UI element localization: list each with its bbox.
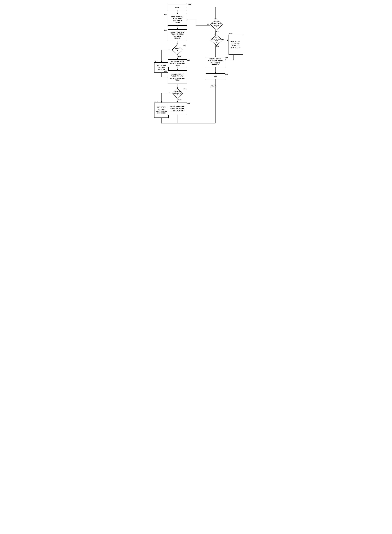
box-204: SEARCH TEMPLATE FILE FOR FIELD MATCHING … <box>168 29 187 41</box>
ref-212: 212 <box>164 70 167 72</box>
yes-label-220: YES <box>216 31 219 33</box>
svg-marker-12 <box>177 69 178 70</box>
no-label-206: NO <box>168 48 170 50</box>
ref-200: 200 <box>188 4 191 5</box>
ref-224: 224 <box>229 33 232 35</box>
start-box: START <box>168 4 187 10</box>
box-226: RETURN BUFFER AND RETURN CODES TO CALLIN… <box>206 57 225 67</box>
diamond-214: CONVERSION SUCCESSFUL ? <box>172 88 183 99</box>
ref-226: 226 <box>225 57 228 58</box>
yes-label-214: YES <box>178 99 181 100</box>
yes-label-222: YES <box>216 46 219 48</box>
yes-label-206: YES <box>178 55 181 57</box>
svg-marker-1 <box>177 13 178 14</box>
svg-marker-21 <box>161 101 162 103</box>
ref-206: 206 <box>183 45 186 46</box>
svg-marker-3 <box>177 28 178 29</box>
box-210: DETERMINE DATA TYPE OF MATCHING FIELD <box>168 59 187 67</box>
ref-228: 228 <box>225 73 228 75</box>
svg-marker-5 <box>177 43 178 45</box>
ref-204: 204 <box>164 29 167 31</box>
svg-marker-46 <box>215 72 216 73</box>
ref-202: 202 <box>164 14 167 16</box>
diamond-220: FINISHED READING INPUT STRING ? <box>210 19 223 30</box>
svg-marker-10 <box>177 58 178 59</box>
box-218: WRITE CONVERTED VALUE TO BUFFER AT FIELD… <box>168 103 187 115</box>
flowchart-container: START 200 READ KEYWORD/ VALUE PAIR FROM … <box>148 3 244 136</box>
ref-210: 210 <box>187 59 190 61</box>
ref-208: 208 <box>155 60 158 62</box>
no-label-220: NO <box>207 24 209 26</box>
ref-222: 222 <box>214 33 216 35</box>
figure-label: FIG.4 <box>210 85 216 87</box>
no-label-214: NO <box>168 92 170 94</box>
diamond-222: ALL TEMPLATE FIELDS USED ? <box>210 35 223 46</box>
box-202: READ KEYWORD/ VALUE PAIR FROM INPUT STRI… <box>168 14 187 26</box>
svg-marker-39 <box>215 56 216 57</box>
box-224: SET RETURN CODE FOR TEMPLATE NOT FILLED <box>229 35 243 55</box>
ref-220: 220 <box>214 18 216 19</box>
ref-218: 218 <box>187 103 190 104</box>
ref-216: 216 <box>155 100 158 102</box>
svg-marker-23 <box>177 101 178 103</box>
svg-marker-8 <box>161 61 162 62</box>
box-212: CONVERT INPUT VALUE TO DATA TYPE OF MATC… <box>168 70 187 84</box>
box-216: SET RETURN CODE FOR UNSUCCESSFUL CONVERS… <box>154 103 168 118</box>
svg-marker-41 <box>227 40 229 41</box>
end-box: END <box>206 73 225 79</box>
svg-marker-18 <box>177 87 178 88</box>
ref-214: 214 <box>184 88 186 90</box>
diamond-206: MATCH ? <box>172 45 183 55</box>
